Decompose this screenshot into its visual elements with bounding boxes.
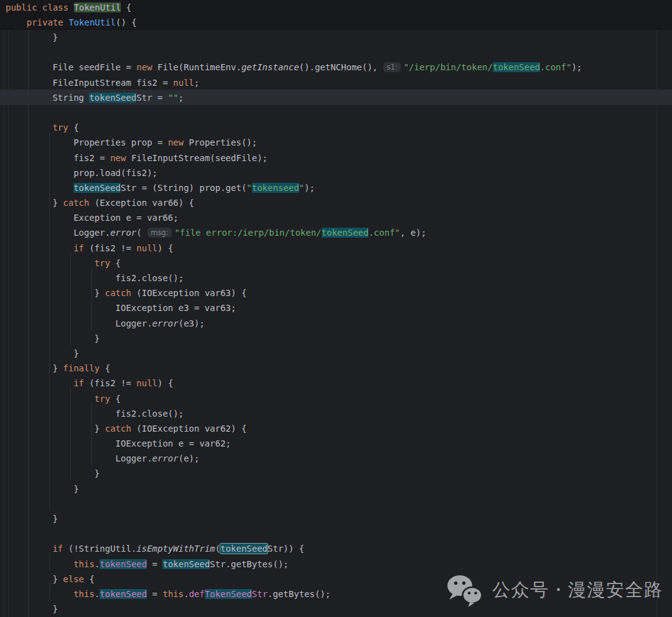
- code-line[interactable]: IOException e = var62;: [11, 436, 582, 451]
- code-token: {: [121, 2, 131, 12]
- code-token: }: [11, 468, 100, 478]
- code-token: Logger.: [11, 228, 110, 238]
- code-token: if: [73, 378, 84, 388]
- code-token: (IOException var62) {: [131, 424, 246, 434]
- code-line[interactable]: IOException e3 = var63;: [11, 300, 582, 315]
- code-line[interactable]: Exception e = var66;: [11, 210, 582, 225]
- code-token: fis2.close();: [11, 273, 184, 283]
- code-token: FileInputStream(seedFile);: [126, 153, 268, 163]
- code-line[interactable]: fis2.close();: [11, 271, 582, 285]
- code-area[interactable]: } File seedFile = new File(RuntimeEnv.ge…: [11, 30, 582, 616]
- code-line[interactable]: [11, 45, 582, 60]
- code-token: [11, 378, 73, 388]
- code-token: );: [304, 183, 315, 193]
- code-line[interactable]: }: [11, 481, 582, 496]
- code-token: try: [52, 123, 68, 132]
- code-token: new: [168, 137, 184, 147]
- code-line[interactable]: try {: [11, 391, 582, 406]
- code-token: try: [95, 258, 110, 268]
- code-token: tokenSeed: [100, 589, 147, 599]
- code-line[interactable]: if (fis2 != null) {: [11, 241, 582, 256]
- code-token: null: [136, 243, 157, 253]
- code-token: IOException e3 = var63;: [11, 303, 236, 313]
- code-line[interactable]: prop.load(fis2);: [11, 165, 582, 180]
- code-token: }: [11, 288, 105, 298]
- code-line[interactable]: Logger.error(e);: [11, 451, 582, 466]
- code-line[interactable]: [11, 105, 582, 120]
- code-token: =: [147, 559, 162, 569]
- code-line[interactable]: try {: [11, 256, 582, 271]
- ide-screenshot: { "editor": { "sticky_lines": [ [["k","p…: [0, 0, 672, 617]
- code-line[interactable]: File seedFile = new File(RuntimeEnv.getI…: [11, 60, 582, 75]
- code-token: {: [100, 363, 110, 373]
- code-line[interactable]: }: [11, 511, 582, 526]
- code-token: ": [246, 183, 251, 193]
- code-line[interactable]: Logger.error( msg:"file error:/ierp/bin/…: [11, 225, 582, 240]
- code-token: (e3);: [179, 318, 205, 328]
- code-line[interactable]: fis2.close();: [11, 406, 582, 421]
- code-line[interactable]: } catch (Exception var66) {: [11, 195, 582, 210]
- code-token: }: [11, 424, 105, 434]
- code-token: }: [11, 348, 79, 358]
- code-token: error: [152, 453, 179, 463]
- code-line[interactable]: Properties prop = new Properties();: [11, 135, 582, 150]
- code-line[interactable]: fis2 = new FileInputStream(seedFile);: [11, 151, 582, 165]
- code-token: Str = (String) prop.get(: [121, 183, 246, 193]
- code-line[interactable]: FileInputStream fis2 = null;: [11, 75, 582, 90]
- code-token: ) {: [157, 243, 173, 253]
- sticky-context-header: public class TokenUtil { private TokenUt…: [0, 0, 672, 30]
- code-token: [11, 243, 73, 253]
- code-token: , e);: [400, 228, 426, 238]
- code-token: [11, 123, 52, 132]
- code-token: }: [11, 604, 58, 614]
- code-token: tokenSeed: [73, 183, 121, 193]
- code-line[interactable]: if (!StringUtil.isEmptyWithTrim(tokenSee…: [11, 541, 582, 556]
- code-token: {: [110, 394, 121, 404]
- code-line[interactable]: } catch (IOException var62) {: [11, 421, 582, 436]
- code-token: (: [215, 544, 220, 554]
- code-token: def: [189, 589, 205, 599]
- code-token: Logger.: [11, 453, 152, 463]
- code-token: "file error:/ierp/bin/token/: [175, 228, 322, 238]
- code-token: else: [63, 574, 84, 584]
- code-token: TokenUtil: [68, 17, 116, 27]
- code-token: }: [11, 514, 58, 524]
- code-token: if: [52, 544, 63, 554]
- code-token: [11, 559, 73, 569]
- code-token: finally: [63, 363, 100, 373]
- code-line[interactable]: [11, 526, 582, 541]
- code-line[interactable]: tokenSeedStr = (String) prop.get("tokens…: [11, 180, 582, 195]
- code-token: try: [95, 394, 110, 404]
- code-token: (fis2 !=: [84, 378, 136, 388]
- code-token: this: [73, 589, 95, 599]
- code-token: getInstance: [241, 62, 299, 72]
- code-token: ": [299, 183, 304, 193]
- code-line[interactable]: } finally {: [11, 361, 582, 376]
- code-line[interactable]: String tokenSeedStr = "";: [11, 90, 582, 105]
- code-token: new: [110, 153, 126, 163]
- code-token: "/ierp/bin/token/: [404, 62, 493, 72]
- wechat-icon: [446, 573, 483, 608]
- code-token: "": [168, 93, 179, 103]
- code-line[interactable]: if (fis2 != null) {: [11, 376, 582, 391]
- code-line[interactable]: Logger.error(e3);: [11, 316, 582, 331]
- code-line[interactable]: try {: [11, 120, 582, 135]
- code-line[interactable]: }: [11, 331, 582, 346]
- sticky-context-line[interactable]: public class TokenUtil {: [6, 0, 672, 15]
- code-line[interactable]: }: [11, 466, 582, 481]
- code-token: TokenSeed: [205, 589, 252, 599]
- code-line[interactable]: this.tokenSeed = tokenSeedStr.getBytes()…: [11, 557, 582, 572]
- code-editor[interactable]: } File seedFile = new File(RuntimeEnv.ge…: [0, 30, 672, 617]
- code-token: public class: [6, 2, 74, 12]
- sticky-context-line[interactable]: private TokenUtil() {: [6, 15, 672, 30]
- code-line[interactable]: }: [11, 30, 582, 45]
- code-token: tokenseed: [252, 183, 299, 193]
- code-token: this: [73, 559, 95, 569]
- code-token: error: [152, 318, 179, 328]
- code-line[interactable]: }: [11, 346, 582, 361]
- code-token: .getBytes();: [268, 589, 330, 599]
- code-token: Str =: [136, 93, 168, 103]
- code-token: Str: [252, 589, 268, 599]
- code-line[interactable]: } catch (IOException var63) {: [11, 285, 582, 300]
- code-line[interactable]: [11, 496, 582, 511]
